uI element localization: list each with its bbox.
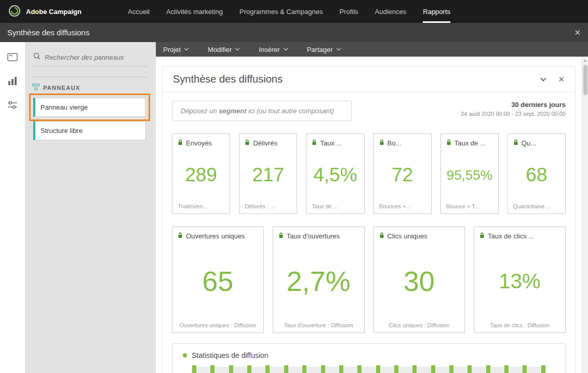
kpi-value: 30 <box>379 240 460 322</box>
scroll-up-icon[interactable]: ▲ <box>583 59 587 62</box>
kpi-value: 289 <box>178 147 224 203</box>
chart-bar <box>467 365 472 373</box>
chart-bar <box>339 365 343 373</box>
kpi-card[interactable]: Envoyés 289 Traités/en... <box>172 134 230 214</box>
lock-icon <box>178 139 183 147</box>
nav-item-audiences[interactable]: Audiences <box>375 0 407 23</box>
panel-tab-icon[interactable] <box>7 52 18 62</box>
kpi-title: Bo... <box>387 139 402 147</box>
chart-bar <box>431 365 435 373</box>
segment-dropzone[interactable]: Déposez un segment ici (ou tout autre co… <box>172 101 352 121</box>
nav-item-programmes-campagnes[interactable]: Programmes & Campagnes <box>239 0 323 23</box>
chart-bar <box>541 365 545 373</box>
chart-bar <box>321 365 325 373</box>
kpi-value: 217 <box>245 147 291 203</box>
kpi-card[interactable]: Ouvertures uniques 65 Ouvertures uniques… <box>172 227 264 333</box>
kpi-value: 65 <box>178 240 258 322</box>
kpi-title: Qu... <box>522 139 536 147</box>
chart-bar <box>504 365 509 373</box>
menu-modifier[interactable]: Modifier <box>208 46 239 54</box>
lock-icon <box>379 139 384 147</box>
tool-rail <box>0 42 25 373</box>
menu-projet[interactable]: Projet <box>163 46 188 54</box>
dropzone-emphasis: segment <box>219 107 246 115</box>
chart-bar <box>284 365 288 373</box>
kpi-subtitle: Délivrés : ... <box>245 203 291 209</box>
kpi-subtitle: Taux d'ouverture : Diffusion <box>278 322 359 328</box>
kpi-title: Délivrés <box>253 139 277 147</box>
chevron-down-icon <box>283 46 287 50</box>
menu-label: Insérer <box>259 46 279 54</box>
lock-icon <box>513 139 518 147</box>
brand-name: Adobe Campaign <box>26 8 82 16</box>
period-selector[interactable]: 30 derniers jours 24 août 2020 00:00 - 2… <box>461 101 566 117</box>
sidebar-item-label: Panneau vierge <box>41 103 88 111</box>
chevron-down-icon <box>184 46 189 50</box>
kpi-value: 2,7% <box>278 240 359 322</box>
kpi-title: Taux d'ouvertures <box>287 232 340 240</box>
delivery-chart-strip <box>191 367 546 373</box>
nav-item-rapports[interactable]: Rapports <box>423 0 450 23</box>
kpi-value: 68 <box>513 147 560 203</box>
menu-label: Partager <box>307 46 333 54</box>
scrollbar-thumb[interactable] <box>583 65 587 95</box>
dropzone-text: Déposez un <box>181 107 219 115</box>
menu-label: Projet <box>163 46 181 54</box>
nav-item-profils[interactable]: Profils <box>339 0 358 23</box>
kpi-value: 13% <box>479 240 560 322</box>
settings-sliders-icon[interactable] <box>7 100 18 110</box>
search-box <box>32 48 148 66</box>
kpi-card[interactable]: Taux de ... 95,55% Bounce + T... <box>440 134 499 214</box>
collapse-panel-icon[interactable] <box>541 75 546 81</box>
kpi-title: Taux ... <box>320 139 342 147</box>
chart-bar <box>357 365 362 373</box>
adobe-campaign-app: Adobe Campaign Accueil Activités marketi… <box>0 0 588 373</box>
chart-bar <box>412 365 417 373</box>
nav-item-accueil[interactable]: Accueil <box>128 0 150 23</box>
chart-bar <box>229 365 233 373</box>
sidebar-item-label: Structure libre <box>41 127 83 135</box>
kpi-subtitle: Clics uniques : Diffusion <box>379 322 460 328</box>
lock-icon <box>178 232 183 240</box>
close-report-icon[interactable]: ✕ <box>574 28 581 37</box>
kpi-card[interactable]: Taux de clics ... 13% Taux de clics : Di… <box>474 227 566 333</box>
lock-icon <box>379 232 384 240</box>
kpi-card[interactable]: Bo... 72 Bounces +... <box>373 134 432 214</box>
vertical-scrollbar[interactable]: ▲ <box>582 57 588 373</box>
kpi-title: Taux de ... <box>455 139 486 147</box>
kpi-value: 72 <box>379 147 426 203</box>
panels-icon <box>32 84 39 91</box>
report-panel: Synthèse des diffusions ✕ Déposez un seg… <box>162 66 576 373</box>
brand: Adobe Campaign <box>0 0 114 23</box>
panels-section-title: PANNEAUX <box>43 85 80 91</box>
lock-icon <box>245 139 250 147</box>
kpi-card[interactable]: Délivrés 217 Délivrés : ... <box>239 134 297 214</box>
kpi-subtitle: Ouvertures uniques : Diffusion <box>178 322 258 328</box>
sidebar-item-panneau-vierge[interactable]: Panneau vierge <box>33 98 146 117</box>
nav-item-activites-marketing[interactable]: Activités marketing <box>166 0 223 23</box>
menu-inserer[interactable]: Insérer <box>259 46 287 54</box>
report-title: Synthèse des diffusions <box>173 73 283 85</box>
chevron-down-icon <box>235 46 239 50</box>
search-panels-input[interactable] <box>45 54 141 61</box>
delivery-statistics-section[interactable]: Statistiques de diffusion <box>172 343 566 373</box>
kpi-card[interactable]: Taux ... 4,5% Taux de ... <box>306 134 364 214</box>
close-panel-icon[interactable]: ✕ <box>558 75 565 84</box>
chart-bar <box>265 365 270 373</box>
kpi-title: Clics uniques <box>387 232 427 240</box>
kpi-card[interactable]: Qu... 68 Quarantaine ... <box>507 134 566 214</box>
chart-bar <box>486 365 490 373</box>
kpi-card[interactable]: Clics uniques 30 Clics uniques : Diffusi… <box>373 227 465 333</box>
menu-partager[interactable]: Partager <box>307 46 340 54</box>
report-panel-header: Synthèse des diffusions ✕ <box>163 66 575 92</box>
kpi-card[interactable]: Taux d'ouvertures 2,7% Taux d'ouverture … <box>273 227 365 333</box>
delivery-statistics-title: Statistiques de diffusion <box>192 351 269 359</box>
chart-bar <box>210 365 215 373</box>
kpi-value: 4,5% <box>312 147 358 203</box>
kpi-subtitle: Traités/en... <box>178 203 224 209</box>
kpi-subtitle: Bounce + T... <box>446 203 493 209</box>
chart-tab-icon[interactable] <box>7 76 18 86</box>
period-range: 24 août 2020 00:00 - 23 sept. 2020 00:00 <box>461 111 566 117</box>
kpi-title: Ouvertures uniques <box>186 232 245 240</box>
sidebar-item-structure-libre[interactable]: Structure libre <box>33 121 146 140</box>
